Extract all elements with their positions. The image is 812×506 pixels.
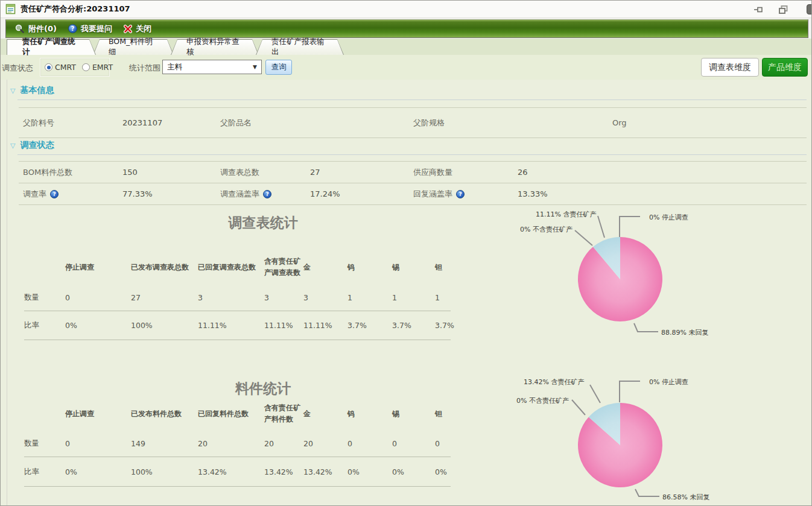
- document-icon: [5, 4, 16, 14]
- window-title: 责任矿产符合分析:20231107: [21, 4, 130, 14]
- question-icon: ?: [68, 24, 77, 33]
- close-x-icon: [124, 25, 132, 33]
- attachments-button[interactable]: 附件(0): [15, 24, 57, 34]
- radio-dot-emrt: [82, 63, 90, 71]
- help-icon[interactable]: ?: [263, 190, 271, 198]
- stats-row-rates: 调查率? 77.33% 调查涵盖率? 17.24% 回复涵盖率? 13.33%: [19, 183, 807, 205]
- pie-label-no-reply: 88.89% 未回复: [661, 328, 708, 337]
- material-table-title: 料件统计: [151, 379, 375, 398]
- status-label: 调查状态: [2, 63, 33, 74]
- pie-label-no-reply: 86.58% 未回复: [662, 493, 709, 502]
- magnifier-icon: [15, 24, 25, 34]
- titlebar: 责任矿产符合分析:20231107: [1, 1, 811, 18]
- close-button[interactable]: 关闭: [124, 24, 151, 34]
- app-window: 责任矿产符合分析:20231107: [0, 0, 812, 506]
- pie-label-not-contain: 0% 不含责任矿产: [520, 225, 573, 234]
- pie-label-contain: 11.11% 含责任矿产: [536, 210, 596, 219]
- chevron-down-icon: ▼: [253, 64, 257, 70]
- scope-select[interactable]: 主料 ▼: [162, 60, 262, 74]
- tab-declaration-anomaly-check[interactable]: 申报资料异常查核: [171, 39, 259, 55]
- pie-chart-svg: [516, 373, 809, 505]
- material-table: 停止调查 已发布料件总数 已回复料件总数 含有责任矿产料件数 金 钨 锡 钽 数…: [24, 397, 451, 487]
- pin-window-button[interactable]: [752, 4, 766, 15]
- pie-label-not-contain: 0% 不含责任矿产: [516, 396, 569, 405]
- table-row: 比率 0% 100% 11.11% 11.11% 11.11% 3.7% 3.7…: [24, 311, 451, 340]
- basic-info-row: 父阶料号 20231107 父阶品名 父阶规格 Org: [19, 107, 807, 138]
- window-controls: [752, 1, 811, 18]
- collapse-arrow-icon[interactable]: ▽: [10, 87, 15, 95]
- tab-bar: 责任矿产调查统计 BOM_料件明细 申报资料异常查核 责任矿产报表输出: [1, 39, 811, 55]
- table-row: 数量 0 149 20 20 20 0 0 0: [24, 431, 451, 457]
- left-frame-line: [7, 80, 7, 505]
- restore-icon: [779, 5, 788, 14]
- survey-status-stats: BOM料件总数 150 调查表总数 27 供应商数量 26 调查率? 77.33…: [19, 161, 807, 205]
- divider: [17, 100, 807, 100]
- ask-question-button[interactable]: ? 我要提问: [68, 24, 112, 34]
- radio-cmrt[interactable]: CMRT: [45, 63, 76, 72]
- table-row: 比率 0% 100% 13.42% 13.42% 13.42% 0% 0% 0%: [24, 457, 451, 487]
- pie-label-stopped: 0% 停止调查: [649, 378, 688, 387]
- table-row: 数量 0 27 3 3 3 1 1 1: [24, 285, 451, 311]
- restore-window-button[interactable]: [776, 4, 790, 15]
- help-icon[interactable]: ?: [456, 190, 465, 198]
- section-title: 调查状态: [20, 140, 54, 151]
- material-pie-chart: 13.42% 含责任矿产 0% 不含责任矿产 0% 停止调查 86.58% 未回…: [516, 373, 809, 505]
- toolbar-strip: 附件(0) ? 我要提问 关闭: [1, 18, 811, 39]
- query-button[interactable]: 查询: [265, 60, 292, 75]
- help-icon[interactable]: ?: [50, 190, 59, 198]
- product-dimension-button[interactable]: 产品维度: [762, 58, 808, 77]
- section-title: 基本信息: [20, 85, 54, 96]
- survey-table-title: 调查表统计: [151, 213, 375, 232]
- section-basic-info-header: ▽ 基本信息: [10, 85, 54, 96]
- parent-pn-label: 父阶料号: [23, 118, 122, 128]
- toolbar: 附件(0) ? 我要提问 关闭: [5, 19, 808, 38]
- status-radio-group: CMRT EMRT: [40, 58, 110, 77]
- tab-survey-statistics[interactable]: 责任矿产调查统计: [7, 39, 96, 55]
- tab-bom-detail[interactable]: BOM_料件明细: [93, 39, 174, 55]
- survey-pie-chart: 11.11% 含责任矿产 0% 不含责任矿产 0% 停止调查 88.89% 未回…: [516, 209, 809, 347]
- parent-pn-value: 20231107: [122, 118, 220, 127]
- radio-emrt[interactable]: EMRT: [82, 63, 113, 72]
- divider: [17, 154, 807, 155]
- pie-label-stopped: 0% 停止调查: [649, 213, 688, 222]
- stats-row-counts: BOM料件总数 150 调查表总数 27 供应商数量 26: [19, 162, 807, 183]
- collapse-arrow-icon[interactable]: ▽: [10, 142, 15, 150]
- radio-dot-cmrt: [45, 63, 52, 71]
- survey-dimension-button[interactable]: 调查表维度: [701, 58, 759, 77]
- survey-table: 停止调查 已发布调查表总数 已回复调查表总数 含有责任矿产调查表数 金 钨 锡 …: [24, 250, 451, 340]
- pie-label-contain: 13.42% 含责任矿产: [524, 378, 584, 387]
- query-bar: 调查状态 CMRT EMRT 统计范围 主料 ▼ 查询 调查表维度 产品维度: [1, 55, 811, 80]
- material-table-header: 停止调查 已发布料件总数 已回复料件总数 含有责任矿产料件数 金 钨 锡 钽: [24, 397, 451, 431]
- section-survey-status-header: ▽ 调查状态: [10, 140, 54, 151]
- parent-spec-label: 父阶规格: [413, 118, 518, 128]
- scope-label: 统计范围: [129, 63, 160, 74]
- parent-name-label: 父阶品名: [220, 118, 310, 128]
- survey-table-header: 停止调查 已发布调查表总数 已回复调查表总数 含有责任矿产调查表数 金 钨 锡 …: [24, 250, 451, 285]
- close-window-button[interactable]: [807, 4, 812, 14]
- main-content: ▽ 基本信息 父阶料号 20231107 父阶品名 父阶规格 Org ▽ 调查状…: [1, 80, 811, 505]
- pin-icon: [754, 6, 764, 13]
- tab-report-output[interactable]: 责任矿产报表输出: [256, 39, 344, 55]
- org-label: Org: [612, 118, 807, 127]
